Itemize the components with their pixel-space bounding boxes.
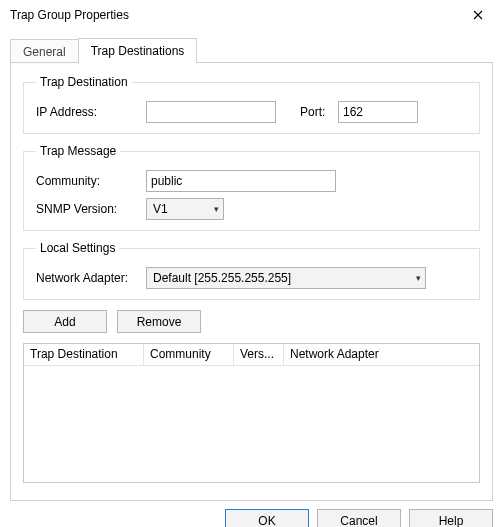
action-button-row: Add Remove — [23, 310, 480, 333]
dialog-footer: OK Cancel Help — [0, 501, 503, 527]
legend-trap-message: Trap Message — [36, 144, 120, 158]
label-network-adapter: Network Adapter: — [36, 271, 146, 285]
label-port: Port: — [300, 105, 338, 119]
cancel-button[interactable]: Cancel — [317, 509, 401, 527]
table-header: Trap Destination Community Vers... Netwo… — [24, 344, 479, 366]
port-input[interactable] — [338, 101, 418, 123]
destinations-table[interactable]: Trap Destination Community Vers... Netwo… — [23, 343, 480, 483]
label-community: Community: — [36, 174, 146, 188]
network-adapter-value: Default [255.255.255.255] — [153, 271, 291, 285]
column-network-adapter[interactable]: Network Adapter — [284, 344, 479, 366]
snmp-version-select[interactable]: V1 ▾ — [146, 198, 224, 220]
chevron-down-icon: ▾ — [416, 273, 421, 283]
ip-address-input[interactable] — [146, 101, 276, 123]
ok-button[interactable]: OK — [225, 509, 309, 527]
tab-trap-destinations[interactable]: Trap Destinations — [78, 38, 198, 63]
network-adapter-select[interactable]: Default [255.255.255.255] ▾ — [146, 267, 426, 289]
tab-general[interactable]: General — [10, 39, 79, 64]
group-trap-destination: Trap Destination IP Address: Port: — [23, 75, 480, 134]
close-icon — [473, 10, 483, 20]
label-snmp-version: SNMP Version: — [36, 202, 146, 216]
legend-trap-destination: Trap Destination — [36, 75, 132, 89]
column-community[interactable]: Community — [144, 344, 234, 366]
snmp-version-value: V1 — [153, 202, 168, 216]
help-button[interactable]: Help — [409, 509, 493, 527]
column-trap-destination[interactable]: Trap Destination — [24, 344, 144, 366]
label-ip-address: IP Address: — [36, 105, 146, 119]
title-bar: Trap Group Properties — [0, 0, 503, 30]
group-local-settings: Local Settings Network Adapter: Default … — [23, 241, 480, 300]
tab-panel: Trap Destination IP Address: Port: Trap … — [10, 63, 493, 501]
legend-local-settings: Local Settings — [36, 241, 119, 255]
tab-strip: General Trap Destinations — [10, 38, 493, 63]
window-title: Trap Group Properties — [10, 8, 129, 22]
column-version[interactable]: Vers... — [234, 344, 284, 366]
group-trap-message: Trap Message Community: SNMP Version: V1… — [23, 144, 480, 231]
close-button[interactable] — [463, 3, 493, 27]
chevron-down-icon: ▾ — [214, 204, 219, 214]
add-button[interactable]: Add — [23, 310, 107, 333]
remove-button[interactable]: Remove — [117, 310, 201, 333]
community-input[interactable] — [146, 170, 336, 192]
